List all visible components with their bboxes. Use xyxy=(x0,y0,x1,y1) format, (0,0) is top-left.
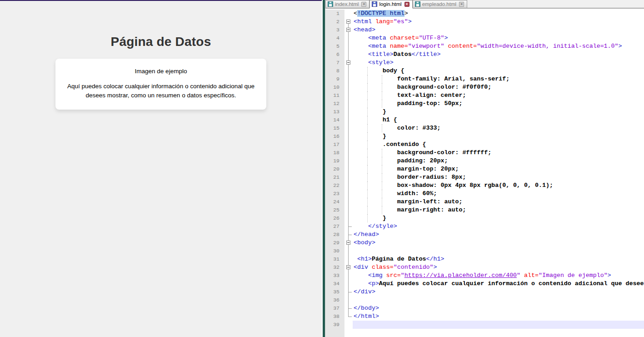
editor-tab-empleado.html[interactable]: empleado.html× xyxy=(413,0,467,8)
line-number[interactable]: 9 xyxy=(325,75,344,83)
tab-close-icon[interactable]: × xyxy=(361,2,366,7)
line-number[interactable]: 31 xyxy=(325,255,344,263)
code-line[interactable] xyxy=(353,321,644,329)
line-number[interactable]: 20 xyxy=(325,165,344,173)
line-number[interactable]: 28 xyxy=(325,231,344,239)
code-line[interactable]: box-shadow: 0px 4px 8px rgba(0, 0, 0, 0.… xyxy=(353,181,644,190)
line-number[interactable]: 4 xyxy=(325,34,344,42)
code-line[interactable]: body { xyxy=(353,67,644,75)
code-line[interactable]: text-align: center; xyxy=(353,91,644,100)
fold-toggle-icon[interactable] xyxy=(344,239,353,247)
token-text: Página de Datos xyxy=(372,256,426,262)
line-number[interactable]: 23 xyxy=(325,190,344,198)
collapse-minus-icon[interactable] xyxy=(346,28,350,32)
code-line[interactable]: background-color: #f0f0f0; xyxy=(353,83,644,91)
line-number[interactable]: 39 xyxy=(325,321,344,329)
line-number[interactable]: 6 xyxy=(325,50,344,59)
line-number[interactable]: 3 xyxy=(325,26,344,34)
editor-tab-index.html[interactable]: index.html× xyxy=(325,0,369,8)
code-line[interactable]: <title>Datos</title> xyxy=(353,50,644,59)
fold-toggle-icon[interactable] xyxy=(344,59,353,67)
editor-tab-login.html[interactable]: login.html× xyxy=(369,0,412,9)
line-number[interactable]: 34 xyxy=(325,280,344,288)
code-line[interactable]: <p>Aquí puedes colocar cualquier informa… xyxy=(353,280,644,288)
line-number[interactable]: 8 xyxy=(325,67,344,75)
line-number[interactable]: 2 xyxy=(325,18,344,26)
code-line[interactable]: width: 60%; xyxy=(353,190,644,198)
indent-guide xyxy=(367,91,368,100)
code-line[interactable]: <h1>Página de Datos</h1> xyxy=(353,255,644,263)
code-line[interactable]: background-color: #ffffff; xyxy=(353,149,644,157)
code-line[interactable]: .contenido { xyxy=(353,141,644,149)
code-line[interactable]: </head> xyxy=(353,231,644,239)
line-number[interactable]: 21 xyxy=(325,173,344,181)
panel-divider[interactable] xyxy=(322,0,325,337)
code-line[interactable]: padding: 20px; xyxy=(353,157,644,165)
code-line[interactable]: </div> xyxy=(353,288,644,296)
line-number[interactable]: 29 xyxy=(325,239,344,247)
code-line[interactable] xyxy=(353,247,644,255)
code-line[interactable]: </html> xyxy=(353,312,644,321)
code-line[interactable]: h1 { xyxy=(353,116,644,124)
line-number[interactable]: 22 xyxy=(325,181,344,190)
token-tag: </h1> xyxy=(426,256,444,262)
code-line[interactable]: } xyxy=(353,108,644,116)
line-number[interactable]: 25 xyxy=(325,206,344,214)
code-line[interactable]: margin-left: auto; xyxy=(353,198,644,206)
collapse-minus-icon[interactable] xyxy=(346,60,350,65)
code-line[interactable]: <style> xyxy=(353,59,644,67)
code-line[interactable]: <div class="contenido"> xyxy=(353,263,644,272)
code-line[interactable] xyxy=(353,296,644,304)
code-line[interactable]: </body> xyxy=(353,304,644,312)
line-number[interactable]: 7 xyxy=(325,59,344,67)
line-number[interactable]: 13 xyxy=(325,108,344,116)
tab-close-icon[interactable]: × xyxy=(404,2,409,7)
line-number[interactable]: 38 xyxy=(325,312,344,321)
collapse-minus-icon[interactable] xyxy=(346,265,350,269)
code-line[interactable]: <meta charset="UTF-8"> xyxy=(353,34,644,42)
line-number[interactable]: 10 xyxy=(325,83,344,91)
code-line[interactable]: font-family: Arial, sans-serif; xyxy=(353,75,644,83)
line-number[interactable]: 19 xyxy=(325,157,344,165)
line-number[interactable]: 36 xyxy=(325,296,344,304)
code-line[interactable]: color: #333; xyxy=(353,124,644,132)
code-line[interactable]: <img src="https://via.placeholder.com/40… xyxy=(353,272,644,280)
code-line[interactable]: <html lang="es"> xyxy=(353,18,644,26)
line-number[interactable]: 15 xyxy=(325,124,344,132)
code-line[interactable]: } xyxy=(353,214,644,222)
code-line[interactable]: border-radius: 8px; xyxy=(353,173,644,181)
code-line[interactable]: <head> xyxy=(353,26,644,34)
line-number[interactable]: 1 xyxy=(325,10,344,18)
line-number[interactable]: 33 xyxy=(325,272,344,280)
code-line[interactable]: </style> xyxy=(353,222,644,231)
code-line[interactable]: padding-top: 50px; xyxy=(353,100,644,108)
line-number[interactable]: 32 xyxy=(325,263,344,272)
fold-toggle-icon[interactable] xyxy=(344,263,353,272)
line-number[interactable]: 30 xyxy=(325,247,344,255)
editor-body[interactable]: 1<!DOCTYPE html>2<html lang="es">3<head>… xyxy=(325,10,644,337)
code-line[interactable]: <!DOCTYPE html> xyxy=(353,10,644,18)
line-number[interactable]: 27 xyxy=(325,222,344,231)
line-number[interactable]: 37 xyxy=(325,304,344,312)
code-line[interactable]: margin-top: 20px; xyxy=(353,165,644,173)
code-line[interactable]: margin-right: auto; xyxy=(353,206,644,214)
line-number[interactable]: 24 xyxy=(325,198,344,206)
code-line[interactable]: <meta name="viewport" content="width=dev… xyxy=(353,42,644,50)
line-number[interactable]: 11 xyxy=(325,91,344,100)
line-number[interactable]: 35 xyxy=(325,288,344,296)
collapse-minus-icon[interactable] xyxy=(346,241,350,245)
line-number[interactable]: 26 xyxy=(325,214,344,222)
line-number[interactable]: 18 xyxy=(325,149,344,157)
collapse-minus-icon[interactable] xyxy=(346,20,350,24)
line-number[interactable]: 14 xyxy=(325,116,344,124)
fold-toggle-icon[interactable] xyxy=(344,18,353,26)
fold-toggle-icon[interactable] xyxy=(344,26,353,34)
line-number[interactable]: 17 xyxy=(325,141,344,149)
tab-close-icon[interactable]: × xyxy=(459,2,464,7)
code-line[interactable]: } xyxy=(353,132,644,141)
code-line[interactable]: <body> xyxy=(353,239,644,247)
line-number[interactable]: 5 xyxy=(325,42,344,50)
token-str: "es" xyxy=(394,18,408,25)
line-number[interactable]: 12 xyxy=(325,100,344,108)
line-number[interactable]: 16 xyxy=(325,132,344,141)
